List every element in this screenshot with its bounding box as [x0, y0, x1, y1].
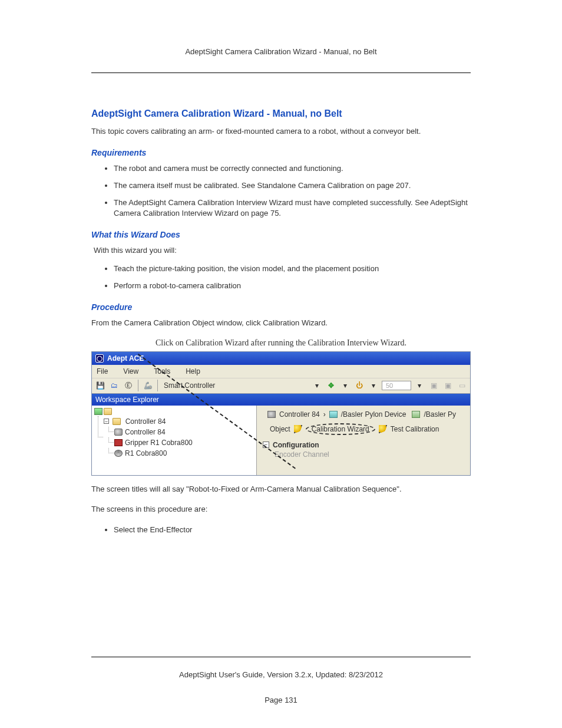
page-number: Page 131	[91, 696, 471, 704]
tool-icon[interactable]: ▣	[428, 380, 439, 391]
tree-node[interactable]: Gripper R1 Cobra800	[114, 437, 255, 448]
gripper-icon	[114, 439, 123, 446]
after-figure-1: The screen titles will all say "Robot-to…	[91, 484, 471, 495]
dropdown-icon[interactable]: ▾	[311, 380, 323, 391]
tree-label: R1 Cobra800	[125, 449, 167, 457]
breadcrumb: Controller 84 › /Basler Pylon Device /Ba…	[257, 409, 470, 422]
requirements-heading: Requirements	[91, 148, 471, 157]
footer-text: AdeptSight User's Guide, Version 3.2.x, …	[91, 670, 471, 679]
tool-icon[interactable]: ▣	[442, 380, 454, 391]
list-item: The camera itself must be calibrated. Se…	[114, 180, 471, 192]
collapse-icon[interactable]: −	[263, 442, 269, 448]
after-figure-2: The screens in this procedure are:	[91, 504, 471, 515]
tree-node[interactable]: Controller 84	[114, 427, 255, 437]
list-item: Teach the picture-taking position, the v…	[114, 263, 471, 275]
what-list: Teach the picture-taking position, the v…	[91, 263, 471, 292]
folder-icon	[113, 418, 121, 425]
tree-node[interactable]: R1 Cobra800	[114, 448, 255, 459]
app-title: Adept ACE	[107, 354, 144, 363]
folder-icon[interactable]	[104, 408, 112, 415]
speed-field[interactable]: 50	[382, 381, 411, 390]
wizard-icon	[379, 425, 387, 433]
tree-panel: − Controller 84 Controller 84 Gripper R1…	[92, 406, 257, 475]
image-icon	[412, 411, 420, 418]
figure-caption: Click on Calibration Wizard after runnin…	[91, 338, 471, 348]
what-intro: With this wizard you will:	[94, 245, 471, 256]
calibration-wizard-button[interactable]: Calibration Wizard	[306, 423, 375, 435]
list-item: The AdeptSight Camera Calibration Interv…	[114, 197, 471, 220]
app-icon: ◯	[95, 354, 104, 363]
menu-file[interactable]: File	[97, 367, 108, 375]
save-all-icon[interactable]: 🗂	[108, 380, 120, 391]
controller-icon	[114, 429, 123, 436]
procedure-screens-list: Select the End-Effector	[91, 525, 471, 536]
list-item: The robot and camera must be correctly c…	[114, 163, 471, 174]
list-item: Select the End-Effector	[114, 525, 471, 536]
requirements-list: The robot and camera must be correctly c…	[91, 163, 471, 219]
dropdown-icon[interactable]: ▾	[414, 380, 425, 391]
object-label: Object	[270, 425, 290, 433]
tree: − Controller 84 Controller 84 Gripper R1…	[93, 416, 255, 459]
save-icon[interactable]: 💾	[94, 380, 106, 391]
menu-tools[interactable]: Tools	[154, 367, 170, 375]
tool-icon[interactable]: ▭	[456, 380, 468, 391]
configuration-row[interactable]: − Configuration	[257, 440, 470, 450]
smart-controller-label: Smart Controller	[161, 381, 217, 390]
menu-bar: File View Tools Help	[92, 365, 470, 378]
toolbar: 💾 🗂 Ⓔ 🦾 Smart Controller ▾ ✥ ▾ ⏻ ▾ 50 ▾ …	[92, 378, 470, 394]
object-actions: Object Calibration Wizard Test Calibrati…	[257, 422, 470, 440]
title-bar: ◯ Adept ACE	[92, 352, 470, 365]
content-panel: Controller 84 › /Basler Pylon Device /Ba…	[257, 406, 470, 475]
breadcrumb-sep: ›	[323, 410, 326, 419]
dropdown-icon[interactable]: ▾	[339, 380, 351, 391]
procedure-heading: Procedure	[91, 302, 471, 312]
page-header: AdeptSight Camera Calibration Wizard - M…	[91, 47, 471, 73]
separator	[138, 380, 138, 391]
what-heading: What this Wizard Does	[91, 230, 471, 239]
robot-icon[interactable]: 🦾	[142, 380, 154, 391]
intro-text: This topic covers calibrating an arm- or…	[91, 126, 471, 137]
list-item: Perform a robot-to-camera calibration	[114, 281, 471, 292]
separator	[157, 380, 158, 391]
emulation-icon[interactable]: Ⓔ	[123, 380, 134, 391]
test-calibration-button[interactable]: Test Calibration	[391, 425, 439, 433]
tree-label: Controller 84	[125, 428, 166, 436]
configuration-label: Configuration	[273, 441, 319, 449]
tree-label: Gripper R1 Cobra800	[125, 439, 193, 447]
robot-icon	[114, 450, 123, 457]
breadcrumb-item[interactable]: /Basler Py	[424, 410, 456, 419]
workspace-explorer-title: Workspace Explorer	[92, 394, 470, 406]
tree-label: Controller 84	[125, 417, 166, 426]
menu-help[interactable]: Help	[186, 367, 200, 375]
breadcrumb-item[interactable]: Controller 84	[279, 410, 320, 419]
breadcrumb-item[interactable]: /Basler Pylon Device	[341, 410, 406, 419]
wizard-icon	[294, 425, 302, 433]
app-window: ◯ Adept ACE File View Tools Help 💾 🗂 Ⓔ 🦾…	[91, 351, 471, 476]
menu-view[interactable]: View	[123, 367, 138, 375]
page-title: AdeptSight Camera Calibration Wizard - M…	[91, 108, 471, 119]
power-icon[interactable]: ⏻	[353, 380, 365, 391]
tree-node-root[interactable]: − Controller 84 Controller 84 Gripper R1…	[104, 416, 255, 459]
camera-icon	[329, 411, 338, 418]
footer-rule	[91, 657, 471, 657]
encoder-channel-row: Encoder Channel	[257, 450, 470, 459]
dropdown-icon[interactable]: ▾	[368, 380, 379, 391]
view-icon[interactable]	[94, 408, 103, 415]
controller-icon	[267, 411, 276, 418]
run-icon[interactable]: ✥	[325, 380, 337, 391]
procedure-intro: From the Camera Calibration Object windo…	[91, 318, 471, 329]
